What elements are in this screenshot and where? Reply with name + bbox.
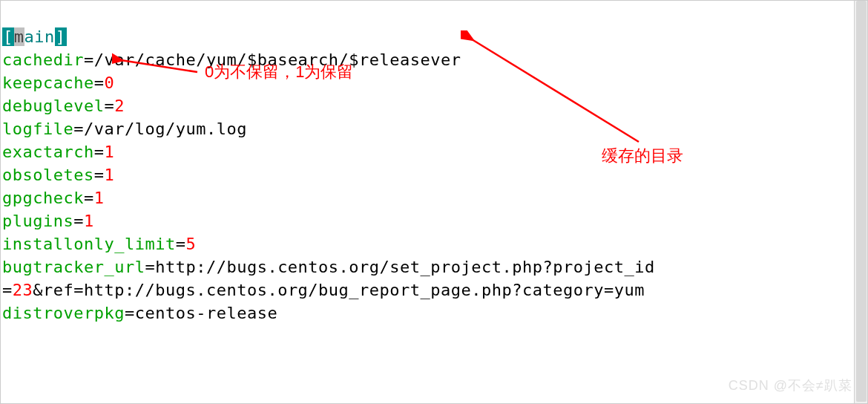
config-val-bugtracker-url-1: http://bugs.centos.org/set_project.php?p… [155,258,655,276]
config-val-obsoletes: 1 [104,166,114,184]
scrollbar[interactable] [854,1,867,404]
config-key-installonly-limit: installonly_limit [2,235,176,253]
config-key-exactarch: exactarch [2,143,94,161]
config-val-distroverpkg: centos-release [135,304,277,322]
config-file-content: [main] cachedir=/var/cache/yum/$basearch… [2,2,655,325]
config-key-distroverpkg: distroverpkg [2,304,125,322]
section-bracket-close: ] [55,27,67,46]
config-val-bugtracker-url-2: &ref=http://bugs.centos.org/bug_report_p… [33,281,645,299]
config-val-logfile: /var/log/yum.log [84,120,247,138]
config-key-cachedir: cachedir [2,50,84,69]
scrollbar-thumb[interactable] [856,1,867,402]
config-key-bugtracker-url: bugtracker_url [2,258,145,276]
annotation-keepcache: 0为不保留，1为保留 [205,62,353,82]
config-val-gpgcheck: 1 [94,189,105,207]
config-val-installonly-limit: 5 [185,235,196,253]
config-key-keepcache: keepcache [2,74,94,92]
config-key-plugins: plugins [2,212,73,230]
section-bracket-open: [ [2,27,14,46]
watermark: CSDN @不会≠趴菜 [729,374,852,397]
config-key-gpgcheck: gpgcheck [2,189,84,207]
config-val-plugins: 1 [84,212,94,230]
config-key-logfile: logfile [2,120,73,138]
config-val-exactarch: 1 [104,143,114,161]
config-val-debuglevel: 2 [114,97,125,115]
config-val-keepcache: 0 [104,74,114,92]
config-key-obsoletes: obsoletes [2,166,94,184]
config-key-debuglevel: debuglevel [2,97,104,115]
annotation-cachedir: 缓存的目录 [602,146,683,166]
